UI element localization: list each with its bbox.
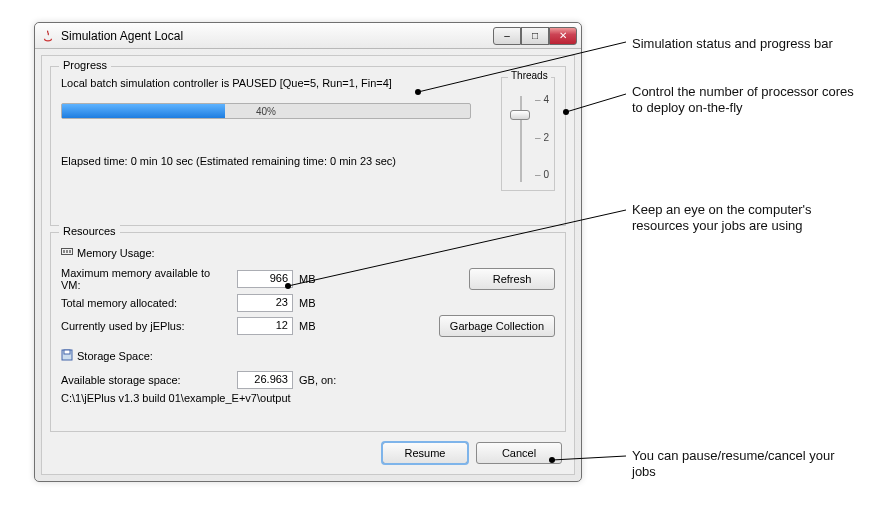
progress-group: Progress Local batch simulation controll… [50, 66, 566, 226]
max-vm-value: 966 [237, 270, 293, 288]
resources-group: Resources Memory Usage: Maximum memory a… [50, 232, 566, 432]
maximize-button[interactable]: □ [521, 27, 549, 45]
close-button[interactable]: ✕ [549, 27, 577, 45]
slider-thumb[interactable] [510, 110, 530, 120]
window-controls: – □ ✕ [493, 27, 577, 45]
java-icon [41, 29, 55, 43]
avail-label: Available storage space: [61, 374, 231, 386]
progress-bar: 40% [61, 103, 471, 119]
gc-button[interactable]: Garbage Collection [439, 315, 555, 337]
storage-section: Storage Space: [61, 349, 555, 363]
memory-label: Memory Usage: [77, 247, 155, 259]
elapsed-text: Elapsed time: 0 min 10 sec (Estimated re… [61, 155, 493, 167]
svg-rect-1 [63, 250, 65, 253]
memory-section: Memory Usage: [61, 247, 555, 259]
disk-icon [61, 349, 73, 363]
progress-percent: 40% [62, 104, 470, 118]
max-vm-unit: MB [299, 273, 335, 285]
storage-label: Storage Space: [77, 350, 153, 362]
total-alloc-value: 23 [237, 294, 293, 312]
callout-c: Keep an eye on the computer's resources … [632, 202, 862, 233]
app-window: Simulation Agent Local – □ ✕ Progress Lo… [34, 22, 582, 482]
svg-rect-5 [64, 350, 70, 354]
total-alloc-label: Total memory allocated: [61, 297, 231, 309]
threads-title: Threads [508, 70, 551, 81]
titlebar[interactable]: Simulation Agent Local – □ ✕ [35, 23, 581, 49]
progress-group-title: Progress [59, 59, 111, 71]
callout-d: You can pause/resume/cancel your jobs [632, 448, 862, 479]
used-unit: MB [299, 320, 335, 332]
client-area: Progress Local batch simulation controll… [41, 55, 575, 475]
used-label: Currently used by jEPlus: [61, 320, 231, 332]
refresh-button[interactable]: Refresh [469, 268, 555, 290]
callout-b: Control the number of processor cores to… [632, 84, 862, 115]
status-text: Local batch simulation controller is PAU… [61, 77, 493, 89]
threads-slider[interactable] [510, 96, 532, 182]
avail-value: 26.963 [237, 371, 293, 389]
cancel-button[interactable]: Cancel [476, 442, 562, 464]
max-vm-label: Maximum memory available to VM: [61, 267, 231, 291]
bottom-bar: Resume Cancel [382, 442, 562, 464]
svg-rect-3 [69, 250, 71, 253]
memory-icon [61, 247, 73, 259]
total-alloc-unit: MB [299, 297, 335, 309]
storage-path: C:\1\jEPlus v1.3 build 01\example_E+v7\o… [61, 392, 291, 404]
avail-unit: GB, on: [299, 374, 336, 386]
threads-group: Threads 4 2 0 [501, 77, 555, 191]
callout-a: Simulation status and progress bar [632, 36, 862, 52]
threads-ticks: 4 2 0 [535, 94, 549, 180]
resume-button[interactable]: Resume [382, 442, 468, 464]
minimize-button[interactable]: – [493, 27, 521, 45]
used-value: 12 [237, 317, 293, 335]
resources-group-title: Resources [59, 225, 120, 237]
window-title: Simulation Agent Local [61, 29, 493, 43]
svg-rect-2 [66, 250, 68, 253]
